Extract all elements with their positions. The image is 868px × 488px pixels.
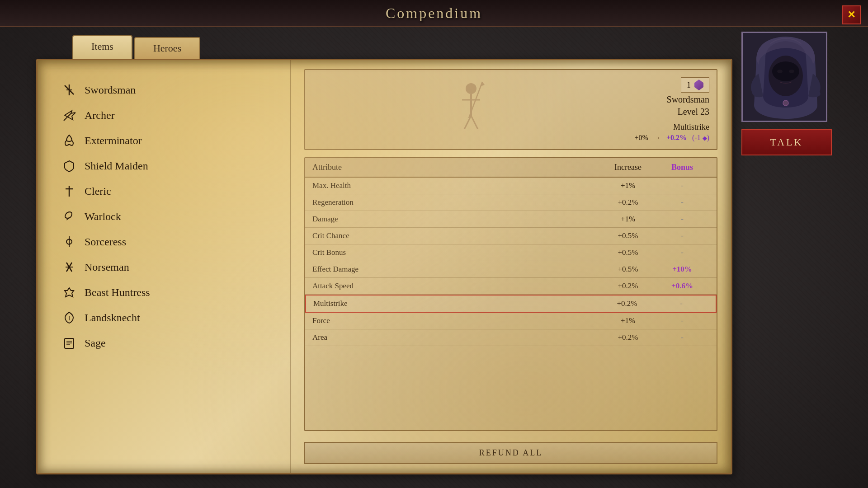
list-item[interactable]: Beast Huntress	[56, 281, 272, 304]
list-item[interactable]: Archer	[56, 103, 272, 127]
hero-list: Swordsman Archer Exterminator	[56, 78, 272, 355]
hero-name-exterminator: Exterminator	[85, 135, 142, 147]
landsknecht-icon	[61, 310, 77, 326]
attr-increase: +0.2%	[601, 282, 655, 291]
attr-bonus: -	[655, 333, 709, 342]
svg-point-26	[777, 70, 783, 73]
attr-name: Multistrike	[313, 299, 600, 308]
archer-icon	[61, 107, 77, 123]
hero-name-warlock: Warlock	[85, 211, 121, 223]
svg-point-16	[466, 83, 476, 94]
hero-name-cleric: Cleric	[85, 185, 111, 197]
list-item[interactable]: Sorceress	[56, 230, 272, 253]
attributes-table: Attribute Increase Bonus Max. Health +1%…	[304, 157, 717, 431]
character-portrait	[743, 33, 826, 121]
hero-name-landsknecht: Landsknecht	[85, 312, 140, 324]
attr-row-critbonus: Crit Bonus +0.5% -	[305, 244, 717, 261]
attr-bonus: -	[655, 215, 709, 224]
list-item[interactable]: Landsknecht	[56, 306, 272, 329]
title-bar: Compendium ✕	[0, 0, 868, 27]
norseman-icon	[61, 259, 77, 275]
refund-all-button[interactable]: REFUND ALL	[304, 442, 717, 464]
attr-col-attribute: Attribute	[312, 163, 601, 172]
cleric-icon	[61, 183, 77, 199]
hero-preview-svg	[442, 80, 496, 129]
attr-table-header: Attribute Increase Bonus	[305, 158, 717, 178]
skill-to: +0.2%	[666, 134, 687, 142]
hero-preview-card: 1 Swordsman Level 23 Multistrike	[304, 69, 717, 150]
list-item[interactable]: Exterminator	[56, 129, 272, 152]
list-item[interactable]: Swordsman	[56, 78, 272, 102]
level-badge: 1	[681, 77, 709, 93]
list-item[interactable]: Norseman	[56, 255, 272, 279]
svg-point-27	[789, 70, 794, 73]
attr-bonus: -	[654, 299, 708, 308]
attr-name: Regeneration	[312, 198, 601, 207]
attr-name: Effect Damage	[312, 265, 601, 274]
attr-row-area: Area +0.2% -	[305, 329, 717, 346]
attr-bonus: -	[655, 231, 709, 240]
attr-col-bonus: Bonus	[655, 163, 709, 172]
sorceress-icon	[61, 234, 77, 250]
skill-cost: (-1 ◆)	[692, 134, 709, 142]
attr-name: Attack Speed	[312, 282, 601, 291]
tabs-row: Items Heroes	[36, 27, 732, 59]
attr-increase: +0.5%	[601, 248, 655, 257]
attr-row-force: Force +1% -	[305, 313, 717, 329]
portrait-panel: TALK	[741, 27, 832, 474]
main-container: Items Heroes Swordsman	[36, 27, 832, 474]
attr-name: Max. Health	[312, 181, 601, 190]
attr-bonus: -	[655, 316, 709, 325]
swordsman-icon	[61, 82, 77, 98]
hero-figure	[312, 77, 626, 131]
attr-increase: +0.5%	[601, 231, 655, 240]
hero-name-swordsman: Swordsman	[85, 84, 136, 96]
attr-name: Force	[312, 316, 601, 325]
attr-name: Crit Chance	[312, 231, 601, 240]
svg-rect-12	[65, 338, 74, 348]
hero-name-norseman: Norseman	[85, 261, 129, 273]
skill-from: +0%	[635, 134, 648, 142]
list-item[interactable]: Shield Maiden	[56, 154, 272, 178]
svg-point-25	[772, 61, 799, 81]
list-item[interactable]: Warlock	[56, 205, 272, 228]
sage-icon	[61, 335, 77, 351]
attr-bonus: -	[655, 181, 709, 190]
attr-row-regeneration: Regeneration +0.2% -	[305, 194, 717, 211]
attr-row-critchance: Crit Chance +0.5% -	[305, 228, 717, 244]
attr-row-damage: Damage +1% -	[305, 211, 717, 228]
attr-increase: +1%	[601, 181, 655, 190]
right-page: 1 Swordsman Level 23 Multistrike	[291, 60, 731, 473]
attr-increase: +1%	[601, 215, 655, 224]
attr-increase: +0.2%	[601, 333, 655, 342]
multistrike-label: Multistrike	[635, 122, 709, 132]
hero-name-beast-huntress: Beast Huntress	[85, 286, 150, 299]
attr-name: Area	[312, 333, 601, 342]
hero-preview-name: Swordsman	[667, 94, 709, 105]
svg-line-3	[64, 113, 71, 121]
hero-name-archer: Archer	[85, 109, 115, 122]
book-area: Items Heroes Swordsman	[36, 27, 732, 474]
attr-increase: +0.5%	[601, 265, 655, 274]
book-pages: Swordsman Archer Exterminator	[36, 59, 732, 474]
exterminator-icon	[61, 132, 77, 149]
attr-bonus: -	[655, 248, 709, 257]
svg-line-19	[464, 116, 471, 129]
list-item[interactable]: Sage	[56, 331, 272, 355]
talk-button[interactable]: TALK	[741, 129, 832, 155]
tab-items[interactable]: Items	[72, 35, 132, 59]
list-item[interactable]: Cleric	[56, 179, 272, 203]
attr-name: Crit Bonus	[312, 248, 601, 257]
level-number: 1	[687, 80, 691, 90]
attr-name: Damage	[312, 215, 601, 224]
attr-bonus-purple: +10%	[655, 265, 709, 274]
hero-name-shield-maiden: Shield Maiden	[85, 160, 148, 172]
portrait-frame	[741, 32, 827, 122]
attr-row-attackspeed: Attack Speed +0.2% +0.6%	[305, 278, 717, 295]
close-button[interactable]: ✕	[842, 5, 861, 24]
svg-marker-22	[480, 82, 485, 86]
gem-icon	[694, 80, 703, 90]
attr-row-effectdamage: Effect Damage +0.5% +10%	[305, 261, 717, 278]
attr-increase: +1%	[601, 316, 655, 325]
tab-heroes[interactable]: Heroes	[134, 37, 200, 59]
